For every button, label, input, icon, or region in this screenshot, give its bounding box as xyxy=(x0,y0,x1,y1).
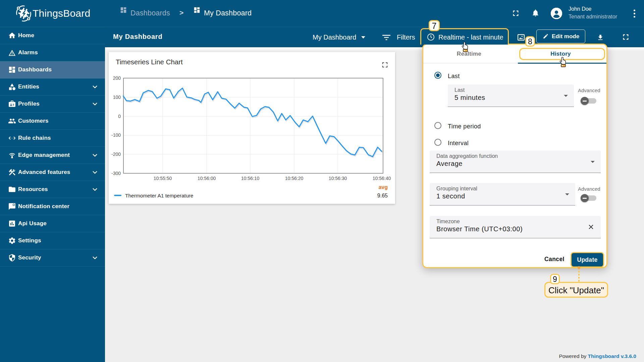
svg-text:-200: -200 xyxy=(111,152,121,157)
svg-text:10:56:40: 10:56:40 xyxy=(373,176,391,181)
svg-text:9.65: 9.65 xyxy=(377,193,388,198)
svg-text:-300: -300 xyxy=(111,171,121,176)
svg-text:10:56:20: 10:56:20 xyxy=(285,176,304,181)
svg-text:10:56:10: 10:56:10 xyxy=(241,176,260,181)
svg-text:10:55:50: 10:55:50 xyxy=(154,176,172,181)
svg-text:10:56:00: 10:56:00 xyxy=(198,176,216,181)
svg-text:-100: -100 xyxy=(111,132,121,138)
svg-text:200: 200 xyxy=(113,75,121,81)
svg-text:10:56:30: 10:56:30 xyxy=(329,176,347,181)
svg-text:0: 0 xyxy=(118,114,121,119)
svg-text:avg: avg xyxy=(378,184,388,190)
svg-text:Thermometer A1 temperature: Thermometer A1 temperature xyxy=(125,193,193,198)
svg-text:100: 100 xyxy=(113,95,121,100)
